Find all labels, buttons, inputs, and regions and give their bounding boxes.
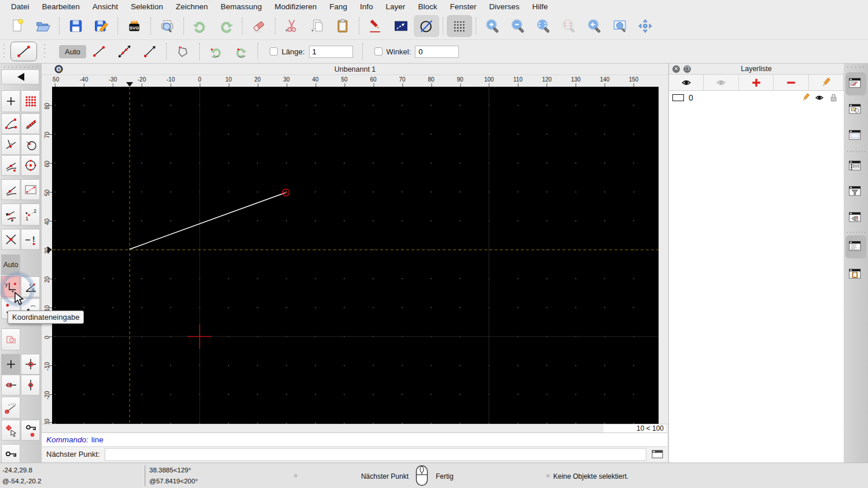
close-panel-icon[interactable]: ✕ [672,65,680,73]
menu-item[interactable]: Modifizieren [269,2,323,11]
dock-command-widget[interactable] [845,235,866,258]
menu-item[interactable]: Bemassung [214,2,268,11]
winkel-input[interactable] [415,46,459,58]
snap-intersection[interactable] [1,229,20,250]
restriction-auto[interactable]: Auto [1,254,20,275]
auto-mode-button[interactable]: Auto [59,45,86,58]
layer-edit-pencil-icon[interactable] [801,93,810,102]
snap-perpendicular[interactable] [1,134,20,155]
zoom-out[interactable] [505,15,531,37]
snap-endpoint[interactable] [1,113,20,134]
menu-item[interactable]: Ansicht [86,2,124,11]
drag-handle[interactable] [2,65,38,69]
line-arrow[interactable] [137,41,163,62]
delete-entities[interactable] [246,15,271,37]
grid-toggle[interactable] [447,15,472,37]
angle-gauge[interactable] [1,397,20,419]
menu-item[interactable]: Zeichnen [170,2,215,11]
new-file[interactable] [5,15,30,37]
menu-item[interactable]: Diverses [483,2,526,11]
menu-item[interactable]: Datei [5,2,36,11]
horizontal-scrollbar[interactable]: 10 < 100 [42,424,667,432]
snap-grid[interactable] [21,90,40,112]
save-file-as[interactable] [89,15,114,37]
zoom-pan[interactable] [632,15,658,37]
hide-all-layers[interactable] [704,75,738,90]
dock-library-browser[interactable] [845,124,866,147]
menu-item[interactable]: Fenster [443,2,483,11]
menu-item[interactable]: Info [354,2,380,11]
undo-segment[interactable] [203,41,229,62]
zoom-window[interactable] [607,15,632,37]
layer-color-swatch[interactable] [672,94,684,101]
layer-lock-icon[interactable] [829,93,838,102]
laenge-input[interactable] [309,46,353,58]
menu-item[interactable]: Block [411,2,443,11]
drag-handle[interactable] [43,43,46,60]
save-file[interactable] [63,15,89,37]
set-relative-zero[interactable] [1,420,20,441]
line-double-arrow[interactable] [112,41,137,62]
menu-item[interactable]: Bearbeiten [36,2,86,11]
float-panel-icon[interactable]: ❐ [683,65,691,73]
svg-export[interactable]: SVG [122,15,147,37]
restrict-vertical[interactable] [21,375,40,395]
dock-block-list[interactable] [845,98,866,121]
zoom-selected[interactable] [556,15,582,37]
menu-item[interactable]: Hilfe [526,2,554,11]
print-preview[interactable] [155,15,180,37]
detach-command-window-button[interactable] [650,449,665,460]
snap-angle[interactable] [1,204,20,225]
open-file[interactable] [30,15,56,37]
snap-free[interactable] [1,90,20,112]
add-layer[interactable] [739,75,774,90]
menu-item[interactable]: Selektion [124,2,170,11]
snap-on-entity[interactable] [21,113,40,134]
snap-divide-12[interactable]: 12 [21,204,40,225]
dock-clipboard[interactable] [845,263,866,286]
drag-handle[interactable] [845,65,866,69]
restrict-horizontal[interactable] [1,375,20,395]
snap-intersection-manual[interactable]: ! [21,229,40,250]
snap-center[interactable] [21,155,40,176]
unlock-relative-zero[interactable] [1,444,20,464]
command-input[interactable] [105,448,647,461]
current-tool-line-button[interactable] [10,42,37,61]
relative-zero-shape[interactable] [1,328,20,350]
dock-layer-list[interactable] [845,72,866,95]
layer-panel-titlebar[interactable]: Layerliste ✕ ❐ [669,64,844,75]
remove-layer[interactable] [774,75,808,90]
lock-relative-zero[interactable] [21,420,40,441]
polyline-mode[interactable] [170,41,196,62]
zoom-auto[interactable] [531,15,556,37]
snap-tangent[interactable] [1,179,20,200]
dock-filter[interactable] [845,180,866,204]
layer-visibility-eye-icon[interactable] [815,93,824,102]
snap-middle[interactable] [1,155,20,176]
snap-off-circle[interactable] [414,15,439,37]
cut[interactable]: + [279,15,304,37]
laenge-checkbox[interactable] [270,47,278,56]
dock-export[interactable] [845,206,866,230]
edit-attributes-pen[interactable] [363,15,388,37]
menu-item[interactable]: Layer [380,2,412,11]
redo-segment[interactable] [229,41,254,62]
paste[interactable] [330,15,355,37]
redo[interactable] [213,15,238,37]
winkel-checkbox[interactable] [374,47,382,56]
drag-handle[interactable] [2,43,6,60]
dock-entity-list[interactable] [845,155,866,178]
edit-layer[interactable] [809,75,844,90]
layer-row[interactable]: 0 [669,91,844,105]
restrict-nothing[interactable] [1,354,20,375]
drawing-canvas[interactable] [52,87,659,424]
snap-distance[interactable] [21,179,40,200]
vertical-scrollbar[interactable] [659,87,667,424]
menu-item[interactable]: Fang [323,2,354,11]
copy[interactable]: + [304,15,330,37]
zoom-in[interactable] [480,15,505,37]
zoom-previous[interactable] [582,15,607,37]
pen-box[interactable] [388,15,414,37]
line-segments[interactable] [86,41,112,62]
toolbar-back-button[interactable] [1,69,39,84]
